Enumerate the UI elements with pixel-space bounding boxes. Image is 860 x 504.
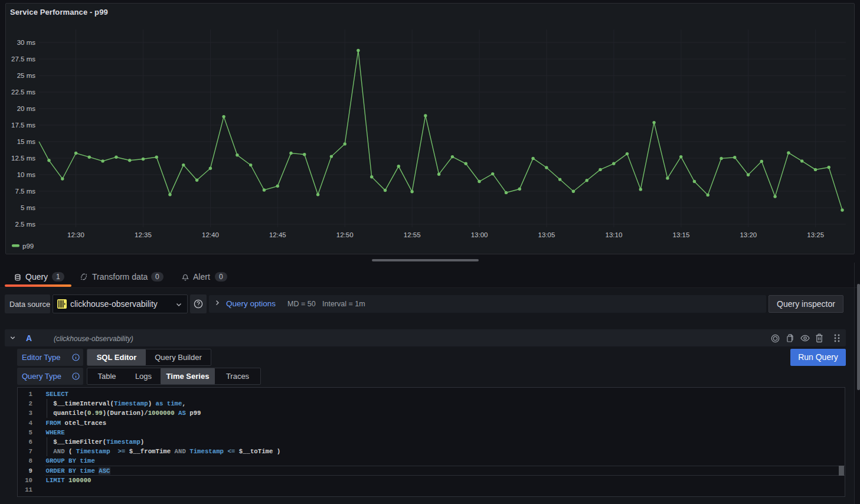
svg-text:5 ms: 5 ms — [21, 204, 35, 211]
svg-text:12:30: 12:30 — [67, 231, 84, 238]
svg-text:13:20: 13:20 — [740, 231, 757, 238]
svg-text:13:00: 13:00 — [471, 231, 488, 238]
svg-text:13:10: 13:10 — [606, 231, 623, 238]
svg-text:12:55: 12:55 — [404, 231, 421, 238]
svg-text:13:15: 13:15 — [673, 231, 690, 238]
svg-text:13:25: 13:25 — [807, 231, 824, 238]
svg-text:15 ms: 15 ms — [17, 138, 36, 145]
svg-text:12:50: 12:50 — [336, 231, 354, 238]
svg-text:12:35: 12:35 — [135, 231, 152, 238]
svg-text:p99: p99 — [22, 243, 34, 250]
svg-text:7.5 ms: 7.5 ms — [15, 188, 35, 195]
svg-text:30 ms: 30 ms — [17, 39, 36, 46]
svg-text:17.5 ms: 17.5 ms — [11, 122, 35, 129]
svg-text:2.5 ms: 2.5 ms — [15, 221, 35, 228]
svg-text:12:45: 12:45 — [269, 231, 286, 238]
svg-text:10 ms: 10 ms — [17, 171, 36, 178]
svg-text:25 ms: 25 ms — [17, 72, 36, 79]
svg-text:13:05: 13:05 — [538, 231, 555, 238]
svg-text:22.5 ms: 22.5 ms — [11, 89, 35, 96]
svg-text:20 ms: 20 ms — [17, 105, 36, 112]
svg-text:12:40: 12:40 — [202, 231, 219, 238]
svg-text:27.5 ms: 27.5 ms — [11, 55, 35, 63]
svg-text:12.5 ms: 12.5 ms — [11, 155, 35, 162]
